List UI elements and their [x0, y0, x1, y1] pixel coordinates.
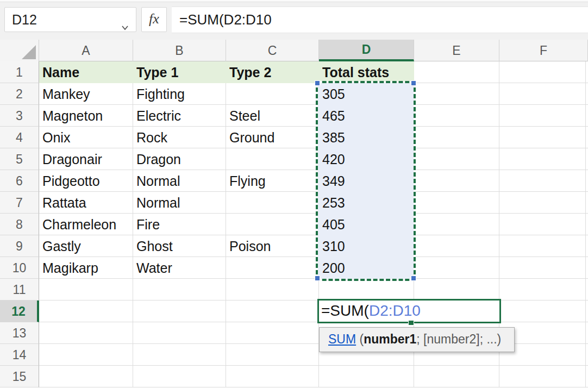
cell-A6[interactable]: Pidgeotto	[42, 170, 132, 192]
cell-D2[interactable]: 305	[322, 83, 413, 105]
cell-B9[interactable]: Ghost	[136, 235, 225, 257]
column-header-D[interactable]: D	[319, 40, 414, 61]
cell-D8[interactable]: 405	[322, 214, 413, 235]
cell-B6[interactable]: Normal	[136, 170, 225, 192]
cell-D1[interactable]: Total stats	[322, 61, 413, 83]
cell-D7[interactable]: 253	[322, 192, 413, 214]
cell-D9[interactable]: 310	[322, 235, 413, 257]
column-header-E[interactable]: E	[414, 40, 499, 61]
row-header-9[interactable]: 9	[0, 235, 39, 257]
row-header-14[interactable]: 14	[0, 344, 39, 366]
formula-toolbar: D12 fx =SUM(D2:D10	[0, 0, 588, 40]
cell-A3[interactable]: Magneton	[42, 105, 132, 127]
cell-B8[interactable]: Fire	[136, 214, 225, 235]
vertical-gridline	[226, 61, 226, 387]
cell-D6[interactable]: 349	[322, 170, 413, 192]
select-all-corner[interactable]	[0, 40, 39, 61]
function-hint-tooltip: SUM (number1; [number2]; ...)	[319, 327, 515, 352]
cell-A2[interactable]: Mankey	[42, 83, 132, 105]
cell-B2[interactable]: Fighting	[136, 83, 225, 105]
tooltip-arg1: number1	[364, 332, 416, 346]
spreadsheet-window: D12 fx =SUM(D2:D10 ABCDEF 12345678910111…	[0, 0, 588, 388]
column-header-A[interactable]: A	[39, 40, 133, 61]
vertical-gridline	[585, 61, 586, 387]
horizontal-gridline	[39, 387, 588, 387]
row-header-11[interactable]: 11	[0, 279, 39, 301]
cell-A7[interactable]: Rattata	[42, 192, 132, 214]
toolbar-divider	[0, 2, 588, 2]
tooltip-rest: ; [number2]; ...)	[416, 332, 501, 346]
cell-B10[interactable]: Water	[136, 257, 225, 279]
cell-A5[interactable]: Dragonair	[42, 148, 132, 170]
fx-icon[interactable]: fx	[141, 7, 167, 32]
row-header-8[interactable]: 8	[0, 214, 39, 235]
row-header-2[interactable]: 2	[0, 83, 39, 105]
cell-C9[interactable]: Poison	[229, 235, 318, 257]
cell-A8[interactable]: Charmeleon	[42, 214, 132, 235]
row-header-6[interactable]: 6	[0, 170, 39, 192]
cell-B3[interactable]: Electric	[136, 105, 225, 127]
sum-function-link[interactable]: SUM	[328, 332, 356, 346]
row-header-13[interactable]: 13	[0, 322, 39, 344]
cell-D10[interactable]: 200	[322, 257, 413, 279]
horizontal-gridline	[39, 300, 588, 301]
cell-D4[interactable]: 385	[322, 127, 413, 148]
column-header-C[interactable]: C	[226, 40, 319, 61]
row-header-7[interactable]: 7	[0, 192, 39, 214]
selection-handle-top-left[interactable]	[315, 80, 320, 86]
tooltip-open-paren: (	[356, 332, 364, 346]
selection-handle-bottom-right[interactable]	[411, 276, 416, 281]
cell-A1[interactable]: Name	[42, 61, 132, 83]
cell-B4[interactable]: Rock	[136, 127, 225, 148]
row-header-3[interactable]: 3	[0, 105, 39, 127]
row-header-1[interactable]: 1	[0, 61, 39, 83]
selection-handle-top-right[interactable]	[411, 80, 416, 86]
name-box[interactable]: D12	[4, 7, 136, 32]
row-header-10[interactable]: 10	[0, 257, 39, 279]
selection-handle-bottom-left[interactable]	[315, 276, 320, 281]
cell-C3[interactable]: Steel	[229, 105, 318, 127]
cell-C6[interactable]: Flying	[229, 170, 318, 192]
cell-D5[interactable]: 420	[322, 148, 413, 170]
cell-D3[interactable]: 465	[322, 105, 413, 127]
row-header-5[interactable]: 5	[0, 148, 39, 170]
horizontal-gridline	[39, 365, 588, 366]
formula-range-reference: D2:D10	[369, 302, 421, 319]
cell-A9[interactable]: Gastly	[42, 235, 132, 257]
formula-input[interactable]: =SUM(D2:D10	[172, 7, 588, 33]
vertical-gridline	[133, 61, 133, 387]
name-box-value: D12	[12, 12, 37, 27]
cell-A4[interactable]: Onix	[42, 127, 132, 148]
formula-text: =SUM(	[321, 302, 369, 319]
cell-B7[interactable]: Normal	[136, 192, 225, 214]
cell-B1[interactable]: Type 1	[136, 61, 225, 83]
select-all-triangle-icon	[22, 45, 36, 59]
fill-handle[interactable]	[408, 320, 414, 326]
row-header-12[interactable]: 12	[0, 301, 39, 322]
column-header-F[interactable]: F	[499, 40, 588, 61]
row-header-15[interactable]: 15	[0, 366, 39, 387]
cell-A10[interactable]: Magikarp	[42, 257, 132, 279]
column-header-B[interactable]: B	[133, 40, 226, 61]
cell-B5[interactable]: Dragon	[136, 148, 225, 170]
row-header-4[interactable]: 4	[0, 127, 39, 148]
horizontal-gridline	[39, 322, 588, 322]
cell-C4[interactable]: Ground	[229, 127, 318, 148]
cell-C1[interactable]: Type 2	[229, 61, 318, 83]
chevron-down-icon[interactable]	[121, 15, 129, 24]
